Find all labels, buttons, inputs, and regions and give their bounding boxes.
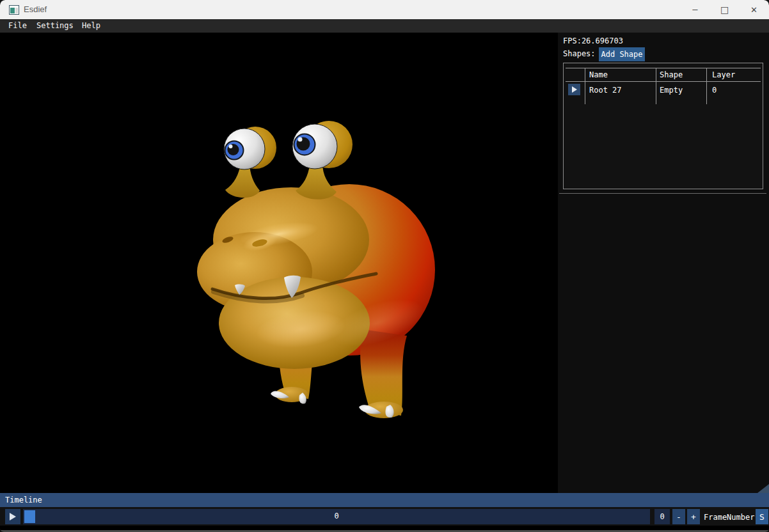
timeline-header[interactable]: Timeline — [0, 493, 769, 507]
menu-item-file[interactable]: File — [8, 21, 27, 30]
minimize-icon[interactable]: ─ — [681, 0, 710, 19]
column-header-name: Name — [589, 70, 608, 79]
play-triangle-icon — [572, 86, 577, 93]
frame-value-box[interactable]: 0 — [654, 509, 670, 524]
slider-value: 0 — [23, 512, 650, 520]
app-window: Esdief ─ □ ✕ File Settings Help — [0, 0, 769, 532]
timeline-resize-grip[interactable] — [757, 484, 769, 493]
shapes-panel: FPS:26.696703 Shapes: Add Shape Name Sha… — [558, 33, 769, 493]
frame-increment-button[interactable]: + — [687, 509, 700, 524]
column-header-layer: Layer — [712, 70, 735, 79]
cell-shape: Empty — [660, 86, 683, 95]
menu-item-help[interactable]: Help — [82, 21, 100, 30]
add-shape-button[interactable]: Add Shape — [599, 47, 645, 61]
app-icon — [9, 5, 19, 15]
frame-number-label: FrameNumber — [704, 513, 754, 522]
viewport-canvas[interactable] — [0, 33, 558, 493]
column-header-shape: Shape — [660, 70, 683, 79]
shapes-label: Shapes: — [563, 49, 596, 58]
panel-divider — [559, 193, 766, 194]
play-button[interactable] — [5, 509, 20, 524]
window-title: Esdief — [24, 4, 47, 14]
creature-model — [0, 33, 558, 493]
s-button[interactable]: S — [756, 509, 768, 524]
close-icon[interactable]: ✕ — [740, 0, 768, 19]
titlebar: Esdief ─ □ ✕ — [0, 0, 769, 19]
shapes-table: Name Shape Layer Root 27 Empty 0 — [563, 63, 763, 189]
play-icon — [10, 513, 16, 520]
frame-slider[interactable]: 0 — [23, 509, 650, 524]
menu-item-settings[interactable]: Settings — [36, 21, 74, 30]
cell-layer: 0 — [712, 86, 717, 95]
fps-counter: FPS:26.696703 — [563, 36, 623, 45]
menubar: File Settings Help — [0, 19, 769, 33]
cell-name: Root 27 — [589, 86, 622, 95]
maximize-icon[interactable]: □ — [710, 0, 739, 19]
frame-decrement-button[interactable]: - — [672, 509, 685, 524]
timeline-title: Timeline — [5, 496, 42, 505]
expand-row-button[interactable] — [568, 84, 580, 95]
timeline-controls: 0 0 - + FrameNumber S — [0, 507, 769, 526]
